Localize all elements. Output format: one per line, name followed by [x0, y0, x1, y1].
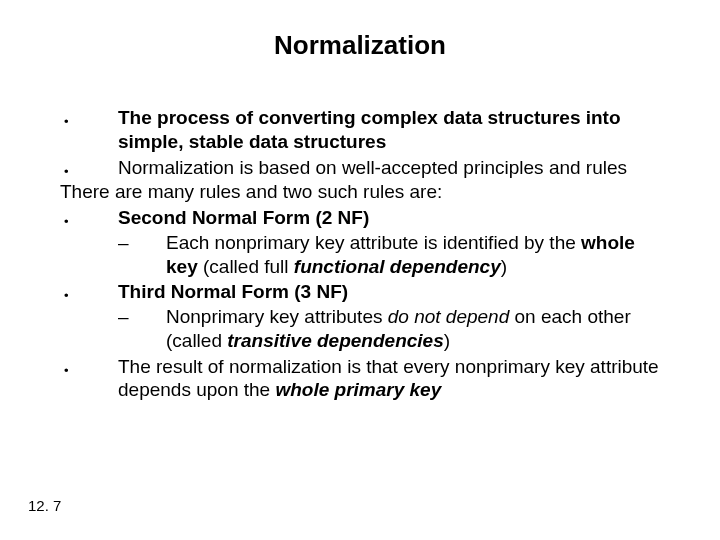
sub-bullet-text: Each nonprimary key attribute is identif… [166, 231, 670, 279]
bullet-icon: • [60, 206, 118, 230]
bullet-item: • The process of converting complex data… [60, 106, 670, 154]
bullet-text: The result of normalization is that ever… [118, 355, 670, 403]
bullet-text: The process of converting complex data s… [118, 106, 670, 154]
dash-icon: – [114, 305, 166, 353]
bullet-item: • Second Normal Form (2 NF) [60, 206, 670, 230]
bullet-icon: • [60, 355, 118, 403]
sub-bullet-item: – Each nonprimary key attribute is ident… [114, 231, 670, 279]
bullet-item: • The result of normalization is that ev… [60, 355, 670, 403]
dash-icon: – [114, 231, 166, 279]
sub-bullet-text: Nonprimary key attributes do not depend … [166, 305, 670, 353]
bullet-text: Normalization is based on well-accepted … [118, 156, 670, 180]
slide-number: 12. 7 [28, 497, 61, 514]
body-line: There are many rules and two such rules … [60, 180, 670, 204]
bullet-item: • Third Normal Form (3 NF) [60, 280, 670, 304]
slide-body: • The process of converting complex data… [60, 104, 670, 402]
slide: Normalization • The process of convertin… [0, 0, 720, 540]
slide-title: Normalization [0, 30, 720, 61]
bullet-text: Second Normal Form (2 NF) [118, 206, 670, 230]
bullet-icon: • [60, 156, 118, 180]
bullet-icon: • [60, 280, 118, 304]
bullet-item: • Normalization is based on well-accepte… [60, 156, 670, 180]
bullet-text: Third Normal Form (3 NF) [118, 280, 670, 304]
sub-bullet-item: – Nonprimary key attributes do not depen… [114, 305, 670, 353]
bullet-icon: • [60, 106, 118, 154]
